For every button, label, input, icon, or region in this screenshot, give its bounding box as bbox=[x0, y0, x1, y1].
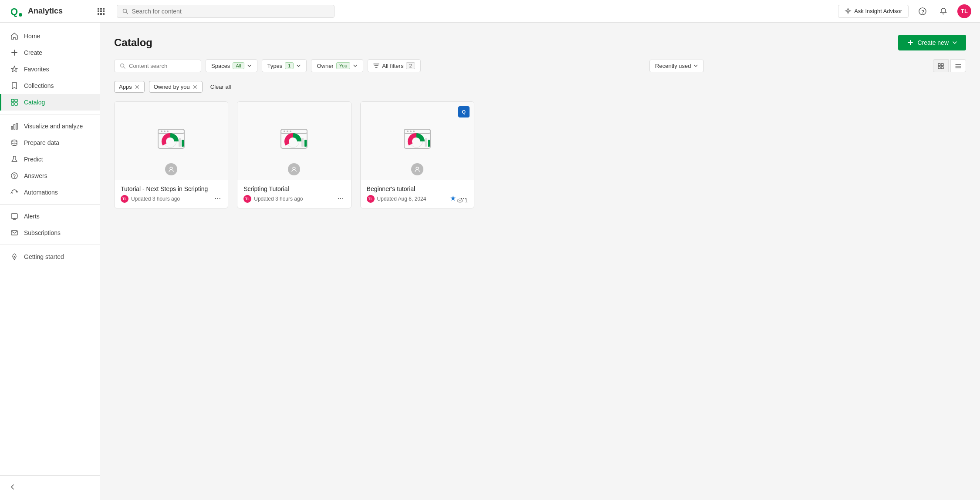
clear-all-button[interactable]: Clear all bbox=[207, 81, 235, 92]
svg-point-57 bbox=[287, 131, 288, 132]
svg-point-58 bbox=[290, 131, 291, 132]
grid-view-button[interactable] bbox=[933, 59, 949, 72]
owned-filter-tag[interactable]: Owned by you ✕ bbox=[149, 81, 203, 93]
svg-rect-20 bbox=[11, 103, 14, 105]
card-user-badge bbox=[411, 163, 423, 175]
owner-badge: You bbox=[336, 62, 351, 69]
card-more-button[interactable]: ··· bbox=[213, 193, 223, 203]
svg-rect-8 bbox=[103, 10, 105, 12]
create-new-button[interactable]: Create new bbox=[898, 35, 966, 50]
insight-advisor-label: Ask Insight Advisor bbox=[854, 8, 902, 14]
list-view-button[interactable] bbox=[950, 59, 966, 72]
sidebar-item-alerts[interactable]: Alerts bbox=[0, 208, 100, 225]
app-card[interactable]: Scripting Tutorial TL Updated 3 hours ag… bbox=[237, 101, 351, 208]
owned-tag-label: Owned by you bbox=[154, 84, 190, 90]
data-icon bbox=[10, 138, 19, 147]
card-meta: TL Updated 3 hours ago bbox=[243, 195, 345, 203]
card-name: Tutorial - Next Steps in Scripting bbox=[121, 185, 222, 192]
help-icon[interactable]: ? bbox=[916, 4, 929, 18]
sidebar-item-visualize[interactable]: Visualize and analyze bbox=[0, 118, 100, 134]
sidebar-item-create[interactable]: Create bbox=[0, 44, 100, 61]
sidebar-label-prepare: Prepare data bbox=[24, 139, 59, 146]
sidebar-item-catalog[interactable]: Catalog bbox=[0, 94, 100, 111]
card-preview bbox=[237, 102, 351, 180]
sidebar-item-answers[interactable]: Answers bbox=[0, 168, 100, 184]
answers-icon bbox=[10, 171, 19, 180]
sidebar-label-subscriptions: Subscriptions bbox=[24, 229, 61, 236]
svg-point-28 bbox=[14, 178, 14, 178]
svg-rect-5 bbox=[103, 8, 105, 10]
sidebar-item-prepare[interactable]: Prepare data bbox=[0, 134, 100, 151]
app-card[interactable]: Q bbox=[360, 101, 474, 208]
insight-advisor-button[interactable]: Ask Insight Advisor bbox=[838, 5, 909, 18]
avatar[interactable]: TL bbox=[957, 4, 971, 18]
card-views: 1 bbox=[457, 198, 468, 204]
spaces-filter-button[interactable]: Spaces All bbox=[206, 59, 257, 72]
card-avatar: TL bbox=[121, 195, 128, 203]
card-preview: Q bbox=[361, 102, 474, 180]
sidebar-collapse-btn[interactable] bbox=[0, 479, 100, 495]
sidebar-item-collections[interactable]: Collections bbox=[0, 77, 100, 94]
content-search-input[interactable] bbox=[129, 63, 190, 69]
rocket-icon bbox=[10, 252, 19, 261]
top-bar-right: Ask Insight Advisor ? TL bbox=[838, 4, 971, 18]
owned-tag-remove[interactable]: ✕ bbox=[193, 84, 198, 90]
star-filled-icon[interactable]: ★ bbox=[450, 194, 456, 202]
svg-rect-11 bbox=[103, 13, 105, 15]
svg-point-62 bbox=[293, 167, 295, 170]
app-icon bbox=[402, 126, 433, 156]
app-card[interactable]: Tutorial - Next Steps in Scripting TL Up… bbox=[114, 101, 228, 208]
svg-point-71 bbox=[416, 167, 419, 170]
svg-rect-24 bbox=[16, 123, 17, 129]
sidebar-label-home: Home bbox=[24, 33, 40, 40]
svg-rect-23 bbox=[14, 124, 15, 129]
svg-rect-40 bbox=[938, 67, 940, 69]
chart-icon bbox=[10, 122, 19, 131]
svg-line-13 bbox=[126, 12, 128, 13]
all-filters-button[interactable]: All filters 2 bbox=[368, 59, 420, 72]
svg-point-65 bbox=[407, 131, 409, 132]
sidebar-item-favorites[interactable]: Favorites bbox=[0, 61, 100, 77]
sidebar-item-automations[interactable]: Automations bbox=[0, 184, 100, 201]
svg-point-53 bbox=[170, 167, 172, 170]
notifications-icon[interactable] bbox=[936, 4, 950, 18]
filter-icon bbox=[373, 63, 379, 69]
owner-filter-button[interactable]: Owner You bbox=[311, 59, 363, 72]
create-new-label: Create new bbox=[917, 39, 949, 46]
svg-rect-18 bbox=[11, 99, 14, 102]
sidebar-item-home[interactable]: Home bbox=[0, 28, 100, 44]
svg-point-48 bbox=[164, 131, 166, 132]
sidebar-label-getting-started: Getting started bbox=[24, 253, 64, 260]
content-search-bar[interactable] bbox=[114, 60, 201, 72]
sidebar-item-subscriptions[interactable]: Subscriptions bbox=[0, 225, 100, 241]
top-bar: Q Analytics bbox=[0, 0, 980, 23]
svg-line-37 bbox=[124, 67, 125, 68]
view-toggle bbox=[933, 59, 966, 72]
flask-icon bbox=[10, 155, 19, 164]
card-name: Scripting Tutorial bbox=[243, 185, 345, 192]
sort-dropdown[interactable]: Recently used bbox=[649, 60, 704, 72]
waffle-icon[interactable] bbox=[94, 4, 108, 18]
svg-rect-52 bbox=[182, 140, 184, 147]
search-bar[interactable] bbox=[117, 5, 335, 18]
apps-tag-remove[interactable]: ✕ bbox=[135, 84, 140, 90]
apps-tag-label: Apps bbox=[119, 84, 132, 90]
sidebar-divider-3 bbox=[0, 245, 100, 245]
svg-rect-6 bbox=[98, 10, 99, 12]
sidebar: Home Create Favorites Coll bbox=[0, 23, 100, 500]
svg-rect-61 bbox=[304, 140, 307, 147]
card-name: Beginner's tutorial bbox=[367, 185, 468, 192]
svg-rect-7 bbox=[100, 10, 102, 12]
types-filter-button[interactable]: Types 1 bbox=[262, 59, 307, 72]
apps-filter-tag[interactable]: Apps ✕ bbox=[114, 81, 145, 93]
sidebar-item-getting-started[interactable]: Getting started bbox=[0, 248, 100, 265]
search-input[interactable] bbox=[132, 8, 329, 15]
sidebar-item-predict[interactable]: Predict bbox=[0, 151, 100, 168]
main-area: Home Create Favorites Coll bbox=[0, 23, 980, 500]
page-header: Catalog Create new bbox=[114, 35, 966, 50]
card-more-button[interactable]: ··· bbox=[336, 193, 346, 203]
search-icon bbox=[122, 8, 128, 14]
card-updated: Updated 3 hours ago bbox=[131, 196, 180, 202]
svg-point-33 bbox=[14, 256, 15, 258]
svg-rect-41 bbox=[941, 67, 943, 69]
